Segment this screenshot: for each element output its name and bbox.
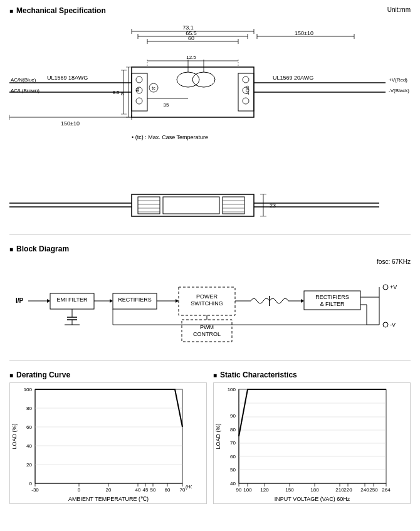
svg-text:INPUT VOLTAGE (VAC) 60Hz: INPUT VOLTAGE (VAC) 60Hz xyxy=(275,496,350,502)
svg-text:45: 45 xyxy=(143,487,149,493)
static-title: Static Characteristics xyxy=(213,371,411,379)
svg-text:POWER: POWER xyxy=(196,293,218,300)
svg-text:100: 100 xyxy=(24,387,33,392)
mech-svg-top: 73.1 65.5 60 150±10 xyxy=(9,20,411,158)
svg-text:250: 250 xyxy=(369,487,378,493)
svg-text:I/P: I/P xyxy=(16,297,24,304)
static-chart: 40 50 60 70 80 90 100 LOAD (%) 90 100 xyxy=(213,382,411,504)
static-svg: 40 50 60 70 80 90 100 LOAD (%) 90 100 xyxy=(214,383,396,502)
derating-title: Derating Curve xyxy=(9,371,207,379)
svg-marker-84 xyxy=(47,299,50,303)
svg-text:UL1569 18AWG: UL1569 18AWG xyxy=(47,75,88,81)
svg-text:80: 80 xyxy=(230,427,236,433)
svg-text:+V(Red): +V(Red) xyxy=(389,77,407,83)
svg-point-19 xyxy=(136,76,142,83)
mech-title: Mechanical Specification xyxy=(9,6,411,15)
svg-text:150±10: 150±10 xyxy=(61,120,80,127)
mech-diagram-side: 23 xyxy=(9,189,411,225)
svg-text:40: 40 xyxy=(135,487,141,493)
svg-text:UL1569 20AWG: UL1569 20AWG xyxy=(273,75,313,81)
svg-text:AC/N(Blue): AC/N(Blue) xyxy=(11,77,36,83)
svg-text:100: 100 xyxy=(228,387,236,392)
svg-text:240: 240 xyxy=(360,487,369,493)
svg-text:& FILTER: & FILTER xyxy=(320,301,345,307)
svg-marker-97 xyxy=(176,299,179,303)
svg-rect-123 xyxy=(35,389,182,483)
mech-diagram-top: 73.1 65.5 60 150±10 xyxy=(9,20,411,183)
block-svg: I/P EMI FILTER RECTIFIERS xyxy=(9,268,411,350)
svg-text:50: 50 xyxy=(150,487,156,493)
svg-text:tc: tc xyxy=(152,86,155,90)
svg-point-28 xyxy=(192,72,215,87)
derating-chart: 0 20 40 60 80 100 LOAD (%) -30 0 xyxy=(9,382,207,504)
svg-text:0: 0 xyxy=(78,487,81,493)
svg-text:23: 23 xyxy=(270,202,276,209)
svg-text:20: 20 xyxy=(26,462,32,468)
svg-rect-67 xyxy=(223,197,244,214)
svg-rect-66 xyxy=(163,197,219,214)
svg-text:LOAD (%): LOAD (%) xyxy=(11,423,18,449)
fosc-label: fosc: 67KHz xyxy=(9,258,411,265)
svg-text:35: 35 xyxy=(164,102,169,108)
svg-text:20: 20 xyxy=(106,487,112,493)
svg-text:100: 100 xyxy=(243,487,252,493)
svg-text:(HORIZONTAL): (HORIZONTAL) xyxy=(186,485,192,490)
static-chart-box: Static Characteristics xyxy=(213,371,411,504)
svg-text:PWM: PWM xyxy=(200,324,214,330)
svg-text:40: 40 xyxy=(230,481,236,486)
svg-text:-30: -30 xyxy=(31,487,39,493)
svg-text:RECTIFIERS: RECTIFIERS xyxy=(315,294,349,300)
svg-text:SWITCHING: SWITCHING xyxy=(191,300,223,307)
svg-text:70: 70 xyxy=(180,487,186,493)
unit-label: Unit:mm xyxy=(387,6,411,13)
svg-rect-156 xyxy=(239,389,386,483)
svg-point-119 xyxy=(383,322,388,327)
svg-text:150±10: 150±10 xyxy=(295,30,313,36)
svg-point-117 xyxy=(383,285,388,290)
svg-rect-64 xyxy=(132,194,254,216)
mech-section: Mechanical Specification Unit:mm 73.1 65… xyxy=(9,6,411,235)
block-title: Block Diagram xyxy=(9,244,411,253)
svg-text:220: 220 xyxy=(344,487,352,493)
mech-svg-side: 23 xyxy=(9,189,411,224)
svg-marker-93 xyxy=(110,299,113,303)
svg-text:180: 180 xyxy=(310,487,319,493)
svg-text:60: 60 xyxy=(188,35,194,41)
svg-text:210: 210 xyxy=(335,487,344,493)
svg-text:AMBIENT TEMPERATURE (℃): AMBIENT TEMPERATURE (℃) xyxy=(68,496,149,502)
svg-text:AC/L(Brown): AC/L(Brown) xyxy=(11,88,39,93)
svg-text:150: 150 xyxy=(285,487,294,493)
derating-chart-box: Derating Curve 0 20 xyxy=(9,371,207,504)
svg-text:90: 90 xyxy=(236,487,242,493)
block-section: Block Diagram fosc: 67KHz I/P EMI FILTER xyxy=(9,244,411,361)
page: Mechanical Specification Unit:mm 73.1 65… xyxy=(0,0,420,510)
svg-point-21 xyxy=(136,98,142,104)
svg-text:60: 60 xyxy=(165,487,171,493)
svg-text:90: 90 xyxy=(230,413,236,419)
svg-text:50: 50 xyxy=(230,467,236,473)
svg-text:60: 60 xyxy=(230,454,236,460)
svg-marker-108 xyxy=(301,299,304,303)
svg-text:CONTROL: CONTROL xyxy=(193,331,221,337)
svg-text:-V(Black): -V(Black) xyxy=(389,88,409,93)
svg-rect-65 xyxy=(138,197,160,214)
svg-rect-16 xyxy=(132,67,254,117)
charts-section: Derating Curve 0 20 xyxy=(9,371,411,504)
svg-text:70: 70 xyxy=(230,440,236,446)
svg-text:264: 264 xyxy=(382,487,391,493)
svg-text:-V: -V xyxy=(390,322,396,328)
svg-point-24 xyxy=(243,76,249,83)
derating-svg: 0 20 40 60 80 100 LOAD (%) -30 0 xyxy=(10,383,192,502)
svg-text:EMI FILTER: EMI FILTER xyxy=(57,297,88,303)
svg-text:0: 0 xyxy=(29,481,33,486)
svg-text:12.5: 12.5 xyxy=(186,55,196,60)
block-diagram: I/P EMI FILTER RECTIFIERS xyxy=(9,268,411,351)
svg-text:60: 60 xyxy=(26,424,32,430)
svg-text:120: 120 xyxy=(260,487,269,493)
svg-text:40: 40 xyxy=(26,443,32,449)
svg-text:RECTIFIERS: RECTIFIERS xyxy=(118,297,152,303)
svg-text:LOAD (%): LOAD (%) xyxy=(215,423,221,449)
svg-text:+V: +V xyxy=(390,284,397,290)
svg-text:80: 80 xyxy=(26,406,32,411)
svg-text:• (tc) : Max. Case Temperature: • (tc) : Max. Case Temperature xyxy=(132,134,208,140)
